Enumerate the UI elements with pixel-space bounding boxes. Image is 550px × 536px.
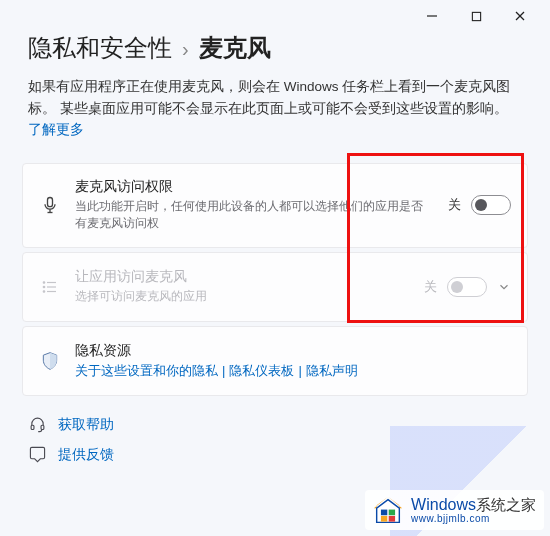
mic-access-subtitle: 当此功能开启时，任何使用此设备的人都可以选择他们的应用是否有麦克风访问权 bbox=[75, 198, 434, 233]
svg-rect-4 bbox=[48, 198, 53, 207]
app-access-subtitle: 选择可访问麦克风的应用 bbox=[75, 288, 410, 305]
svg-point-10 bbox=[43, 286, 45, 288]
breadcrumb-parent[interactable]: 隐私和安全性 bbox=[28, 32, 172, 64]
shield-icon bbox=[39, 350, 61, 372]
house-logo-icon bbox=[371, 494, 405, 528]
watermark-brand: Windows bbox=[411, 496, 476, 513]
svg-rect-19 bbox=[381, 516, 387, 522]
app-access-card[interactable]: 让应用访问麦克风 选择可访问麦克风的应用 关 bbox=[22, 252, 528, 322]
privacy-resources-title: 隐私资源 bbox=[75, 342, 511, 360]
svg-rect-17 bbox=[381, 510, 387, 516]
watermark-url: www.bjjmlb.com bbox=[411, 514, 536, 525]
microphone-icon bbox=[39, 194, 61, 216]
svg-point-12 bbox=[43, 290, 45, 292]
svg-rect-13 bbox=[31, 425, 34, 429]
svg-rect-18 bbox=[389, 510, 395, 516]
minimize-button[interactable] bbox=[414, 2, 450, 30]
app-access-title: 让应用访问麦克风 bbox=[75, 268, 410, 286]
feedback-link[interactable]: 提供反馈 bbox=[28, 446, 522, 464]
privacy-link-dashboard[interactable]: 隐私仪表板 bbox=[229, 363, 294, 378]
list-icon bbox=[39, 276, 61, 298]
svg-rect-20 bbox=[389, 516, 395, 522]
watermark: Windows系统之家 www.bjjmlb.com bbox=[365, 490, 544, 530]
mic-access-state: 关 bbox=[448, 196, 461, 214]
close-button[interactable] bbox=[502, 2, 538, 30]
chevron-down-icon bbox=[497, 280, 511, 294]
learn-more-link[interactable]: 了解更多 bbox=[28, 122, 84, 137]
svg-rect-1 bbox=[472, 12, 480, 20]
feedback-icon bbox=[28, 446, 46, 464]
privacy-resources-card: 隐私资源 关于这些设置和你的隐私|隐私仪表板|隐私声明 bbox=[22, 326, 528, 396]
get-help-link[interactable]: 获取帮助 bbox=[28, 416, 522, 434]
breadcrumb-current: 麦克风 bbox=[199, 32, 271, 64]
description-text: 如果有应用程序正在使用麦克风，则会在 Windows 任务栏上看到一个麦克风图标… bbox=[28, 79, 510, 116]
privacy-link-about[interactable]: 关于这些设置和你的隐私 bbox=[75, 363, 218, 378]
app-access-toggle bbox=[447, 277, 487, 297]
maximize-button[interactable] bbox=[458, 2, 494, 30]
mic-access-toggle[interactable] bbox=[471, 195, 511, 215]
svg-rect-14 bbox=[41, 425, 44, 429]
feedback-label: 提供反馈 bbox=[58, 446, 114, 464]
privacy-link-statement[interactable]: 隐私声明 bbox=[306, 363, 358, 378]
mic-access-title: 麦克风访问权限 bbox=[75, 178, 434, 196]
app-access-state: 关 bbox=[424, 278, 437, 296]
page-description: 如果有应用程序正在使用麦克风，则会在 Windows 任务栏上看到一个麦克风图标… bbox=[0, 72, 550, 145]
get-help-label: 获取帮助 bbox=[58, 416, 114, 434]
mic-access-card: 麦克风访问权限 当此功能开启时，任何使用此设备的人都可以选择他们的应用是否有麦克… bbox=[22, 163, 528, 248]
headset-icon bbox=[28, 416, 46, 434]
breadcrumb: 隐私和安全性 › 麦克风 bbox=[0, 32, 550, 72]
breadcrumb-separator: › bbox=[182, 38, 189, 61]
watermark-suffix: 系统之家 bbox=[476, 496, 536, 513]
svg-point-8 bbox=[43, 281, 45, 283]
